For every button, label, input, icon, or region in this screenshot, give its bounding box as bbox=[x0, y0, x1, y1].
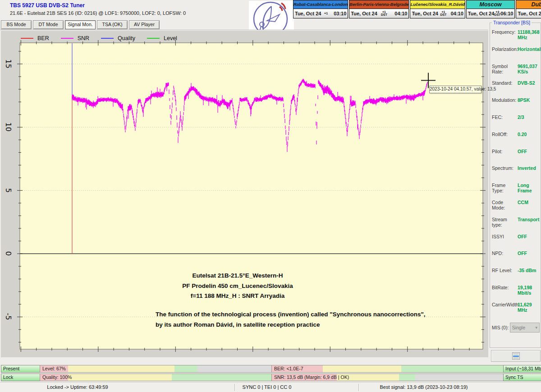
clock-date: Tue, Oct 24 bbox=[295, 11, 321, 16]
transponder-row: Polarization: Horizontal bbox=[492, 46, 540, 64]
transponder-rows: Frequency: 11188,368 MHzPolarization: Ho… bbox=[492, 29, 540, 333]
clock-city-label: Moscow bbox=[467, 0, 515, 9]
sync-status: SYNC 0 | TEI 0 | CC 0 bbox=[243, 384, 292, 390]
annotation-line: by its author Roman Dávid, in satellite … bbox=[156, 320, 489, 330]
clock-rabat-casablanca-london: Rabat-Casablanca-London Tue, Oct 24 +1 0… bbox=[293, 0, 348, 18]
tab-tsa-ok-[interactable]: TSA (OK) bbox=[97, 20, 128, 29]
transponder-row: Modulation: 8PSK bbox=[492, 97, 540, 114]
annotation-line: The function of the technological proces… bbox=[156, 310, 489, 320]
tp-label: CarrierWidth: bbox=[492, 302, 518, 307]
tp-value: Long Frame bbox=[518, 182, 540, 193]
quality-meter: Quality: 100% bbox=[40, 374, 272, 381]
tp-value: OFF bbox=[518, 251, 527, 256]
tp-value: Transport bbox=[518, 217, 539, 222]
clock-time-row: Tue, Oct 24 +1DST 04:10 bbox=[349, 9, 408, 18]
input-badge: Input (~18,31 Mbps) bbox=[503, 365, 541, 373]
mis-dropdown[interactable]: Single ▾ bbox=[510, 323, 540, 333]
clock-time-row: Tue, Oct 24 +4 06:10 bbox=[516, 9, 541, 18]
transponder-row: RollOff: 0.20 bbox=[492, 132, 540, 149]
utc-offset: +1DST bbox=[381, 11, 387, 16]
clock-date: Tue, Oct 24 bbox=[351, 11, 377, 16]
clock-time-row: Tue, Oct 24 +3DST 06:10 bbox=[467, 9, 515, 18]
signal-plot[interactable] bbox=[15, 38, 487, 354]
mode-tabs: BS ModeDT ModeSignal Mon.TSA (OK)AV Play… bbox=[1, 20, 160, 29]
tp-value: 2/3 bbox=[518, 114, 524, 120]
transponder-row: RF Level: -35 dBm bbox=[492, 268, 540, 285]
tab-signal-mon-[interactable]: Signal Mon. bbox=[65, 20, 96, 29]
tp-label: Stream type: bbox=[492, 217, 518, 228]
lock-badge: Lock bbox=[1, 374, 41, 381]
tab-av-player[interactable]: AV Player bbox=[129, 20, 160, 29]
uptime-status: Locked -> Uptime: 63:49:59 bbox=[47, 384, 108, 390]
tp-value: 11188,368 MHz bbox=[518, 29, 540, 40]
tp-value: DVB-S2 bbox=[518, 80, 535, 86]
ts-list-button[interactable] bbox=[491, 350, 541, 362]
transponder-row: BitRate: 19,198 Mbit/s bbox=[492, 285, 540, 302]
tp-value: Horizontal bbox=[518, 46, 541, 52]
transponder-row: ISSYI OFF bbox=[492, 234, 540, 251]
y-tick-label: 10 bbox=[4, 123, 13, 132]
tp-label: Standard: bbox=[492, 80, 518, 86]
clock-dubai: Dubai Tue, Oct 24 +4 06:10 bbox=[516, 0, 541, 18]
transponder-row: Pilot: OFF bbox=[492, 149, 540, 166]
utc-offset: +1DST bbox=[440, 11, 447, 16]
tp-value: CCM bbox=[518, 200, 528, 205]
tp-label: Code Mode: bbox=[492, 200, 518, 210]
chevron-down-icon: ▾ bbox=[535, 325, 537, 330]
status-separator bbox=[234, 384, 235, 391]
clock-hhmm: 04:10 bbox=[451, 11, 463, 16]
tp-label: FEC: bbox=[492, 114, 518, 120]
tp-label: ISSYI bbox=[492, 234, 518, 239]
transponder-row: FEC: 2/3 bbox=[492, 114, 540, 132]
tp-label: Polarization: bbox=[492, 46, 518, 52]
level-meter: Level: 67% bbox=[40, 365, 272, 373]
clock-date: Tue, Oct 24 bbox=[468, 11, 494, 16]
mis-label: MIS (0): bbox=[492, 325, 510, 330]
clock-hhmm: 03:10 bbox=[334, 11, 346, 16]
utc-offset: +3DST bbox=[494, 11, 500, 16]
clock-city-label: Dubai bbox=[516, 0, 541, 9]
chart-annotation-left: The function of the technological proces… bbox=[156, 310, 489, 330]
tab-dt-mode[interactable]: DT Mode bbox=[33, 20, 64, 29]
utc-offset: +1 bbox=[324, 12, 328, 15]
tp-value: 9691,037 KS/s bbox=[518, 64, 540, 74]
best-signal-status: Best signal: 13,9 dB (2023-10-23 08:19) bbox=[380, 384, 468, 390]
tab-bs-mode[interactable]: BS Mode bbox=[1, 20, 32, 29]
clock-lu-enec-slovakia-r-d-vid: Lučenec/Slovakia_R.Dávid Tue, Oct 24 +1D… bbox=[410, 0, 465, 18]
tp-label: BitRate: bbox=[492, 285, 518, 290]
clock-date: Tue, Oct 24 bbox=[518, 11, 541, 16]
clock-city-label: Berlin-Paris-Vienna-Belgrade bbox=[349, 0, 408, 9]
tp-value: Inverted bbox=[518, 165, 536, 171]
tp-label: Spectrum: bbox=[492, 165, 518, 171]
clock-moscow: Moscow Tue, Oct 24 +3DST 06:10 bbox=[466, 0, 515, 18]
tp-value: 0.20 bbox=[518, 132, 527, 137]
chart-annotation-centered: Eutelsat 21B-21.5°E_Western-HPF Prodelin… bbox=[152, 271, 323, 301]
tp-value: OFF bbox=[518, 149, 527, 154]
transponder-row: Stream type: Transport bbox=[492, 217, 540, 234]
tp-value: OFF bbox=[518, 234, 527, 239]
transponder-row: Frame Type: Long Frame bbox=[492, 182, 540, 200]
transponder-row: CarrierWidth: 11,629 MHz bbox=[492, 302, 540, 319]
clock-city-label: Lučenec/Slovakia_R.Dávid bbox=[410, 0, 464, 9]
clock-hhmm: 06:10 bbox=[500, 11, 513, 16]
tp-label: RF Level: bbox=[492, 268, 518, 273]
snr-meter: SNR: 13,5 dB (Margin: 6,9 dB | OK) bbox=[271, 374, 504, 381]
transponder-row: Code Mode: CCM bbox=[492, 200, 540, 217]
cursor-tooltip: 2023-10-24 04.10.57, value: 13,5 bbox=[429, 86, 481, 93]
y-tick-label: 5 bbox=[4, 186, 13, 195]
window-title: TBS 5927 USB DVB-S2 Tuner bbox=[10, 2, 85, 9]
tbs-tuner-window: { "app": { "title": "TBS 5927 USB DVB-S2… bbox=[0, 0, 541, 392]
present-badge: Present bbox=[1, 365, 41, 373]
transponder-groupbox: Transponder [BS] Frequency: 11188,368 MH… bbox=[490, 23, 541, 348]
tp-value: 19,198 Mbit/s bbox=[518, 285, 540, 296]
sync-ts-badge: Sync TS bbox=[503, 374, 541, 381]
status-separator bbox=[358, 384, 359, 391]
status-bar: Locked -> Uptime: 63:49:59 SYNC 0 | TEI … bbox=[0, 382, 541, 392]
y-tick-label: 15 bbox=[4, 59, 13, 68]
tp-label: Modulation: bbox=[492, 97, 518, 103]
clock-hhmm: 04:10 bbox=[394, 11, 407, 16]
ts-list-icon bbox=[512, 352, 520, 360]
transponder-title: Transponder [BS] bbox=[492, 20, 532, 25]
y-tick-label: 0 bbox=[4, 249, 13, 258]
clock-time-row: Tue, Oct 24 +1 03:10 bbox=[293, 9, 348, 18]
